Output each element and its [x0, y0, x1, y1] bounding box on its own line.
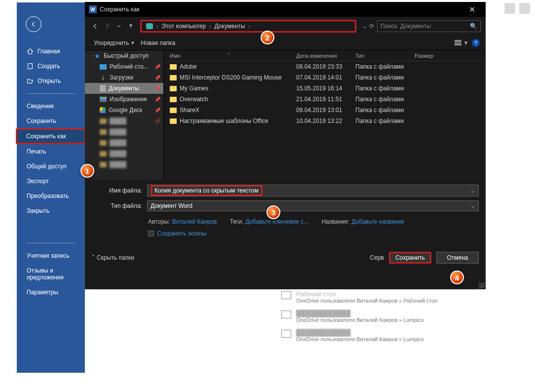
- filetype-label: Тип файла:: [92, 202, 147, 209]
- nav-create[interactable]: Создать: [17, 59, 85, 74]
- tree-images[interactable]: Изображения📌: [85, 94, 163, 105]
- folder-icon: [100, 162, 107, 167]
- tree-desktop[interactable]: Рабочий сто...📌: [85, 61, 163, 72]
- nav-close[interactable]: Закрыть: [17, 203, 85, 218]
- star-icon: ★: [94, 52, 101, 59]
- close-button[interactable]: ✕: [462, 2, 482, 17]
- chevron-right-icon: ›: [208, 24, 212, 29]
- back-button[interactable]: [26, 16, 41, 32]
- nav-save[interactable]: Сохранить: [17, 114, 85, 128]
- breadcrumb[interactable]: › Этот компьютер › Документы ›: [140, 20, 356, 33]
- folder-icon: [281, 291, 291, 299]
- table-row[interactable]: MSI Interceptor DS200 Gaming Mouse07.04.…: [164, 72, 486, 83]
- title-label: Название:: [321, 218, 349, 225]
- folder-icon: [170, 108, 177, 113]
- tree-blurred[interactable]: ████📌: [85, 116, 163, 126]
- title-value[interactable]: Добавьте название: [351, 218, 404, 225]
- chevron-down-icon: ⌄: [470, 202, 475, 209]
- crumb-docs[interactable]: Документы: [212, 23, 247, 30]
- nav-info[interactable]: Сведения: [17, 99, 85, 114]
- tree-blurred[interactable]: ████: [85, 126, 163, 137]
- chevron-down-icon[interactable]: ⌄: [362, 23, 367, 30]
- pin-icon: 📌: [154, 86, 160, 91]
- tags-value[interactable]: Добавьте ключевое с...: [245, 218, 308, 225]
- chevron-down-icon[interactable]: ⌄: [470, 187, 475, 194]
- pin-icon: 📌: [154, 97, 160, 102]
- resize-handle[interactable]: [479, 282, 485, 288]
- crumb-pc-icon[interactable]: [144, 23, 155, 29]
- nav-options[interactable]: Параметры: [17, 285, 85, 300]
- crumb-pc[interactable]: Этот компьютер: [159, 23, 208, 30]
- cancel-button[interactable]: Отмена: [436, 252, 479, 264]
- folder-icon: [170, 64, 177, 70]
- folder-icon: [170, 118, 177, 124]
- filetype-dropdown[interactable]: Документ Word ⌄: [147, 200, 479, 211]
- table-row[interactable]: ShareX09.04.2019 13:01Папка с файлами: [164, 105, 486, 116]
- nav-transform[interactable]: Преобразовать: [17, 189, 85, 203]
- nav-up[interactable]: [125, 21, 136, 32]
- help-icon[interactable]: ?: [472, 39, 480, 47]
- chevron-up-icon: ˄: [92, 254, 95, 261]
- table-row[interactable]: Adobe08.04.2019 23:33Папка с файлами: [164, 61, 486, 72]
- nav-back[interactable]: [90, 21, 101, 32]
- folder-tree: ★Быстрый доступ Рабочий сто...📌 Загрузки…: [85, 50, 164, 180]
- nav-share[interactable]: Общий доступ: [17, 159, 85, 174]
- search-input[interactable]: Поиск: Документы 🔍: [377, 20, 481, 32]
- filename-input[interactable]: Копия документа со скрытым текстом ⌄: [147, 185, 479, 196]
- dialog-title: Сохранить как: [100, 6, 462, 13]
- folder-icon: [170, 97, 177, 102]
- tree-gdrive[interactable]: Google Диск📌: [85, 105, 163, 116]
- table-row[interactable]: Overwatch21.04.2019 11:51Папка с файлами: [164, 94, 486, 105]
- save-button[interactable]: Сохранить: [389, 252, 431, 264]
- create-icon: [27, 63, 34, 70]
- table-row[interactable]: Настраиваемые шаблоны Office10.04.2019 1…: [164, 116, 486, 126]
- authors-label: Авторы:: [148, 218, 170, 225]
- home-icon: [27, 48, 34, 55]
- pin-icon: 📌: [154, 64, 160, 70]
- nav-export[interactable]: Экспорт: [17, 174, 85, 189]
- save-thumbs-checkbox[interactable]: [148, 231, 154, 236]
- tree-blurred[interactable]: ████: [85, 148, 163, 159]
- tree-blurred[interactable]: ████: [85, 137, 163, 148]
- nav-feedback[interactable]: Отзывы и предложения: [17, 263, 85, 285]
- new-folder-button[interactable]: Новая папка: [138, 38, 178, 48]
- nav-home[interactable]: Главная: [17, 44, 85, 59]
- organize-button[interactable]: Упорядочить▼: [91, 38, 138, 48]
- monitor-icon: [100, 64, 107, 70]
- authors-value[interactable]: Виталий Каиров: [172, 218, 217, 225]
- pin-icon: 📌: [154, 75, 160, 80]
- tree-quick[interactable]: ★Быстрый доступ: [85, 50, 163, 61]
- bg-recent-list: Рабочий столOneDrive пользователя Витали…: [281, 290, 484, 348]
- open-icon: [27, 78, 34, 84]
- nav-fwd[interactable]: [102, 21, 113, 32]
- nav-account[interactable]: Учетная запись: [17, 248, 85, 263]
- tree-downloads[interactable]: Загрузки📌: [85, 72, 163, 83]
- tools-dropdown[interactable]: Серв: [370, 254, 384, 261]
- tree-documents[interactable]: Документы📌: [85, 83, 163, 94]
- callout-2: 2: [261, 31, 274, 44]
- view-button[interactable]: ▼: [455, 39, 469, 46]
- monitor-icon: [146, 23, 153, 29]
- table-row[interactable]: My Games15.05.2019 16:14Папка с файлами: [164, 83, 486, 94]
- nav-print[interactable]: Печать: [17, 144, 85, 159]
- tree-blurred[interactable]: ████: [85, 159, 163, 170]
- col-name[interactable]: Имя˄: [170, 52, 296, 59]
- hide-folders-button[interactable]: ˄Скрыть папки: [92, 254, 134, 261]
- col-size[interactable]: Размер: [415, 53, 449, 59]
- nav-save-as[interactable]: Сохранить как: [16, 128, 86, 144]
- folder-icon: [170, 86, 177, 91]
- nav-open[interactable]: Открыть: [17, 74, 85, 88]
- chevron-right-icon: ›: [155, 24, 159, 29]
- sort-icon: ˄: [228, 52, 230, 59]
- col-date[interactable]: Дата изменения: [296, 53, 355, 59]
- col-type[interactable]: Тип: [355, 53, 415, 59]
- tags-label: Теги:: [229, 218, 243, 225]
- folder-icon: [170, 75, 177, 80]
- nav-recent[interactable]: [114, 21, 124, 32]
- chevron-right-icon: ›: [247, 24, 251, 29]
- search-icon: 🔍: [470, 23, 477, 30]
- image-icon: [100, 97, 107, 102]
- folder-icon: [100, 118, 107, 124]
- callout-3: 3: [267, 205, 280, 219]
- refresh-icon[interactable]: ⟳: [369, 23, 374, 30]
